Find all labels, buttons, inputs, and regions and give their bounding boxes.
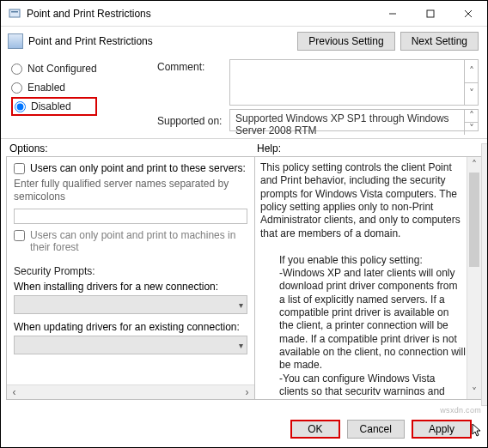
supported-label: Supported on: [157,113,229,127]
help-heading: Help: [257,142,281,154]
servers-textfield[interactable] [14,209,247,224]
svg-rect-1 [11,11,18,13]
minimize-button[interactable] [374,1,412,26]
radio-enabled-input[interactable] [11,82,22,94]
radio-not-configured-label: Not Configured [27,63,97,75]
supported-spin-up[interactable]: ˄ [464,110,478,122]
ok-button[interactable]: OK [290,420,339,439]
scroll-up-icon[interactable]: ˄ [467,157,481,172]
radio-enabled[interactable]: Enabled [11,78,157,97]
app-icon [8,7,21,21]
scrollbar-thumb[interactable] [469,173,479,267]
options-pane: Users can only point and print to these … [6,156,255,400]
watermark: wsxdn.com [440,406,481,415]
radio-disabled-label: Disabled [31,100,71,112]
svg-rect-0 [9,9,20,17]
close-button[interactable] [449,1,487,26]
window-vertical-scrollbar[interactable] [481,143,488,406]
chevron-down-icon: ▾ [239,341,243,350]
servers-hint: Enter fully qualified server names separ… [14,178,247,203]
window-title: Point and Print Restrictions [27,8,374,20]
supported-spin-down[interactable]: ˅ [464,122,478,135]
options-heading: Options: [9,142,257,154]
radio-not-configured[interactable]: Not Configured [11,59,157,78]
radio-disabled-highlight: Disabled [11,97,97,116]
comment-spin-up[interactable]: ˄ [464,60,478,82]
supported-on-field: Supported Windows XP SP1 through Windows… [229,109,479,131]
installing-drivers-dropdown[interactable]: ▾ [14,295,247,314]
comment-field[interactable]: ˄ ˅ [229,59,479,106]
scroll-down-icon[interactable]: ˅ [467,384,481,399]
cursor-icon [472,423,484,439]
checkbox-forest-input[interactable] [14,230,25,241]
checkbox-servers[interactable]: Users can only point and print to these … [14,162,247,174]
svg-rect-3 [427,10,434,17]
apply-button[interactable]: Apply [412,420,472,439]
supported-on-value: Supported Windows XP SP1 through Windows… [235,112,449,136]
scroll-right-icon[interactable]: › [240,386,254,398]
help-bullet: -Windows XP and later clients will only … [260,267,466,372]
help-pane: This policy setting controls the client … [254,156,482,400]
options-horizontal-scrollbar[interactable]: ‹ › [7,384,254,399]
checkbox-forest-label: Users can only point and print to machin… [30,229,247,253]
updating-drivers-dropdown[interactable]: ▾ [14,336,247,354]
next-setting-button[interactable]: Next Setting [400,32,479,51]
policy-icon [8,33,23,49]
checkbox-servers-label: Users can only point and print to these … [30,162,246,174]
updating-drivers-label: When updating drivers for an existing co… [14,321,247,333]
help-vertical-scrollbar[interactable]: ˄ ˅ [467,157,481,399]
help-bullet: -You can configure Windows Vista clients… [260,372,466,395]
security-prompts-label: Security Prompts: [14,265,247,277]
maximize-button[interactable] [412,1,449,26]
previous-setting-button[interactable]: Previous Setting [297,32,394,51]
comment-spin-down[interactable]: ˅ [464,82,478,106]
policy-title: Point and Print Restrictions [28,35,297,47]
installing-drivers-label: When installing drivers for a new connec… [14,281,247,293]
checkbox-servers-input[interactable] [14,163,25,174]
help-enable-head: If you enable this policy setting: [260,254,466,267]
scroll-left-icon[interactable]: ‹ [7,386,21,398]
checkbox-forest[interactable]: Users can only point and print to machin… [14,229,247,253]
radio-enabled-label: Enabled [27,82,65,94]
radio-disabled-input[interactable] [15,101,26,112]
comment-label: Comment: [157,59,229,73]
radio-not-configured-input[interactable] [11,64,22,75]
help-paragraph: This policy setting controls the client … [260,161,466,240]
chevron-down-icon: ▾ [239,300,243,310]
cancel-button[interactable]: Cancel [347,420,405,439]
